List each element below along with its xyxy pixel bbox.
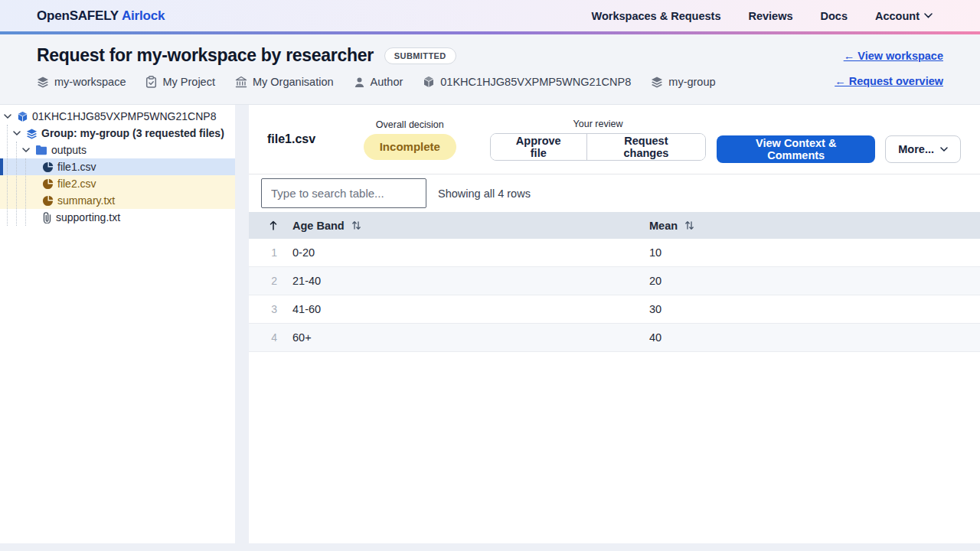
- meta-organisation: My Organisation: [235, 76, 334, 88]
- sort-ascending-icon: [270, 220, 277, 230]
- meta-project-label: My Project: [162, 76, 215, 88]
- tree-item-file2-csv[interactable]: file2.csv: [0, 175, 235, 192]
- file-view-panel: file1.csv Overall decision Incomplete Yo…: [249, 105, 980, 543]
- chart-file-icon: [42, 195, 54, 207]
- tree-item-label: file1.csv: [57, 161, 96, 173]
- tree-item-label: summary.txt: [57, 194, 115, 207]
- meta-author-label: Author: [371, 76, 403, 88]
- cell-age-band: 0-20: [283, 246, 642, 259]
- row-number-column-header[interactable]: [249, 220, 283, 230]
- overall-decision-label: Overall decision: [376, 119, 444, 130]
- meta-request-id-label: 01KHC1HJG85VXPMP5WNG21CNP8: [440, 76, 631, 88]
- column-header-age-band[interactable]: Age Band: [283, 220, 642, 232]
- tree-item-outputs-folder[interactable]: outputs: [0, 142, 235, 158]
- tree-item-summary-txt[interactable]: summary.txt: [0, 192, 235, 209]
- nav-account-menu[interactable]: Account: [875, 10, 933, 22]
- panel-divider: [235, 105, 249, 543]
- row-number: 2: [249, 275, 283, 287]
- chevron-down-icon[interactable]: [11, 131, 22, 136]
- meta-organisation-label: My Organisation: [253, 76, 334, 88]
- nav-reviews[interactable]: Reviews: [748, 10, 792, 22]
- column-header-mean[interactable]: Mean: [642, 220, 980, 232]
- review-button-group: Approve file Request changes: [490, 133, 706, 161]
- chevron-down-icon[interactable]: [2, 114, 13, 119]
- top-nav: Workspaces & Requests Reviews Docs Accou…: [592, 10, 933, 22]
- chevron-down-icon[interactable]: [21, 148, 31, 153]
- more-menu-button[interactable]: More...: [885, 135, 961, 163]
- tree-guide-line: [25, 158, 26, 226]
- package-icon: [423, 76, 435, 88]
- meta-project: My Project: [145, 76, 215, 88]
- meta-workspace: my-workspace: [37, 76, 126, 88]
- layers-icon: [26, 128, 38, 139]
- file-name: file1.csv: [267, 132, 364, 146]
- view-context-comments-button[interactable]: View Context & Comments: [717, 135, 875, 163]
- column-header-label: Mean: [649, 220, 678, 232]
- tree-item-label: Group: my-group (3 requested files): [41, 127, 224, 139]
- meta-group-label: my-group: [668, 76, 715, 88]
- cell-mean: 40: [642, 331, 980, 344]
- cell-mean: 20: [642, 275, 980, 287]
- meta-group: my-group: [651, 76, 715, 88]
- tree-item-file1-csv[interactable]: file1.csv: [0, 158, 235, 175]
- request-meta: my-workspace My Project My Organisation …: [37, 76, 943, 88]
- page-title: Request for my-workspace by researcher: [37, 45, 374, 66]
- tree-item-label: supporting.txt: [56, 211, 120, 223]
- table-row: 1 0-20 10: [249, 239, 980, 267]
- tree-item-label: outputs: [51, 144, 87, 156]
- meta-author: Author: [354, 76, 403, 88]
- cell-age-band: 41-60: [283, 303, 642, 315]
- chart-file-icon: [42, 161, 54, 173]
- column-header-label: Age Band: [292, 220, 345, 232]
- clipboard-icon: [145, 76, 157, 88]
- app-logo[interactable]: OpenSAFELYAirlock: [37, 8, 165, 24]
- row-count-text: Showing all 4 rows: [438, 187, 531, 200]
- layers-icon: [651, 76, 663, 88]
- tree-guide-line: [16, 142, 17, 226]
- nav-account-label: Account: [875, 10, 920, 22]
- table-row: 3 41-60 30: [249, 295, 980, 324]
- request-links: ← View workspace ← Request overview: [835, 50, 943, 87]
- more-menu-label: More...: [898, 143, 934, 155]
- file-tree: 01KHC1HJG85VXPMP5WNG21CNP8 Group: my-gro…: [0, 105, 235, 543]
- view-workspace-link[interactable]: ← View workspace: [844, 50, 943, 62]
- overall-decision: Overall decision Incomplete: [364, 119, 456, 160]
- row-number: 1: [249, 246, 283, 259]
- nav-workspaces-requests[interactable]: Workspaces & Requests: [592, 10, 721, 22]
- table-header-row: Age Band Mean: [249, 212, 980, 239]
- table-body: 1 0-20 10 2 21-40 20 3 41-60 30 4 60+: [249, 239, 980, 352]
- request-changes-button[interactable]: Request changes: [586, 134, 706, 160]
- tree-item-request-root[interactable]: 01KHC1HJG85VXPMP5WNG21CNP8: [0, 108, 235, 125]
- file-view-header: file1.csv Overall decision Incomplete Yo…: [249, 105, 980, 174]
- request-overview-link[interactable]: ← Request overview: [835, 75, 943, 87]
- table-toolbar: Showing all 4 rows: [249, 174, 980, 212]
- chevron-down-icon: [940, 147, 948, 152]
- nav-docs[interactable]: Docs: [821, 10, 848, 22]
- decision-status-badge: Incomplete: [364, 134, 456, 160]
- your-review: Your review Approve file Request changes: [490, 119, 706, 161]
- meta-request-id: 01KHC1HJG85VXPMP5WNG21CNP8: [423, 76, 631, 88]
- paperclip-icon: [42, 212, 52, 223]
- layers-icon: [37, 76, 49, 88]
- chevron-down-icon: [924, 13, 933, 18]
- table-row: 2 21-40 20: [249, 267, 980, 295]
- chart-file-icon: [42, 178, 54, 190]
- cell-age-band: 21-40: [283, 275, 642, 287]
- search-input[interactable]: [261, 178, 426, 208]
- tree-guide-line: [7, 125, 8, 226]
- tree-item-supporting-txt[interactable]: supporting.txt: [0, 209, 235, 226]
- status-badge: SUBMITTED: [384, 47, 456, 64]
- sort-toggle-icon: [351, 220, 361, 230]
- table-row: 4 60+ 40: [249, 324, 980, 352]
- row-number: 3: [249, 303, 283, 315]
- cell-mean: 10: [642, 246, 980, 259]
- package-icon: [17, 111, 28, 122]
- tree-item-group[interactable]: Group: my-group (3 requested files): [0, 125, 235, 142]
- approve-file-button[interactable]: Approve file: [491, 134, 586, 160]
- request-header: Request for my-workspace by researcher S…: [0, 34, 980, 105]
- cell-mean: 30: [642, 303, 980, 315]
- folder-icon: [35, 145, 47, 155]
- meta-workspace-label: my-workspace: [54, 76, 126, 88]
- user-icon: [354, 77, 365, 88]
- your-review-label: Your review: [573, 119, 623, 129]
